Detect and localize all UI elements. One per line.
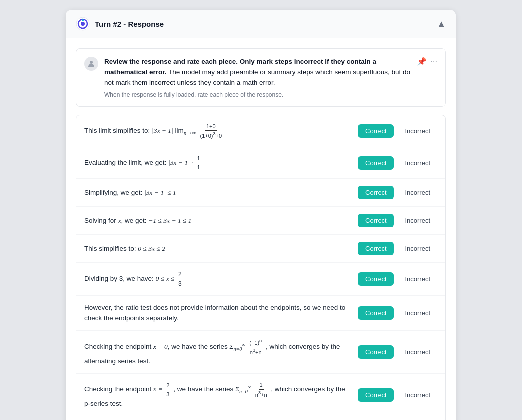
- correct-button[interactable]: Correct: [358, 272, 394, 286]
- card-body: Review the response and rate each piece.…: [66, 38, 456, 420]
- row-text: Dividing by 3, we have: 0 ≤ x ≤ 2 3: [84, 270, 350, 288]
- row-text: Solving for x, we get: −1 ≤ 3x − 1 ≤ 1: [84, 216, 350, 226]
- instruction-content: Review the response and rate each piece.…: [104, 57, 411, 98]
- row-actions: Correct Incorrect: [358, 156, 438, 170]
- row-actions: Correct Incorrect: [358, 214, 438, 228]
- instruction-actions: 📌 ···: [417, 57, 438, 66]
- correct-button[interactable]: Correct: [358, 346, 394, 359]
- correct-button[interactable]: Correct: [358, 388, 394, 402]
- table-row: Checking the endpoint x = 2 3 , we have …: [76, 374, 446, 416]
- table-row: Checking the endpoint x = 0, we have the…: [76, 331, 446, 374]
- fraction-4: (−1)n n3+n: [248, 338, 263, 356]
- instruction-bold: Review the response and rate each piece.…: [104, 58, 376, 76]
- correct-button[interactable]: Correct: [358, 186, 394, 200]
- fraction-6: 1 n3+n: [254, 381, 268, 399]
- table-row: Simplifying, we get: |3x − 1| ≤ 1 Correc…: [76, 179, 446, 207]
- row-text: This limit simplifies to: |3x − 1| limn→…: [84, 122, 350, 140]
- table-row: This simplifies to: 0 ≤ 3x ≤ 2 Correct I…: [76, 235, 446, 263]
- correct-button[interactable]: Correct: [358, 214, 394, 228]
- correct-button[interactable]: Correct: [358, 156, 394, 170]
- instruction-avatar: [84, 57, 98, 71]
- table-row: Solving for x, we get: −1 ≤ 3x − 1 ≤ 1 C…: [76, 207, 446, 235]
- card-header: Turn #2 - Response ▲: [66, 10, 456, 38]
- instruction-sub: When the response is fully loaded, rate …: [104, 92, 411, 98]
- table-row: This limit simplifies to: |3x − 1| limn→…: [76, 116, 446, 148]
- incorrect-button[interactable]: Incorrect: [398, 346, 438, 359]
- header-title: Turn #2 - Response: [95, 20, 164, 28]
- table-row: Dividing by 3, we have: 0 ≤ x ≤ 2 3 Corr…: [76, 263, 446, 296]
- incorrect-button[interactable]: Incorrect: [398, 186, 438, 200]
- instruction-main: Review the response and rate each piece.…: [104, 57, 411, 88]
- incorrect-button[interactable]: Incorrect: [398, 306, 438, 320]
- svg-point-4: [90, 61, 93, 64]
- row-actions: Correct Incorrect: [358, 242, 438, 256]
- collapse-icon[interactable]: ▲: [437, 19, 446, 30]
- table-row: Evaluating the limit, we get: |3x − 1| ·…: [76, 148, 446, 179]
- pin-icon[interactable]: 📌: [417, 57, 427, 66]
- header-left: Turn #2 - Response: [76, 17, 164, 31]
- row-text: However, the ratio test does not provide…: [84, 303, 350, 324]
- row-text: Evaluating the limit, we get: |3x − 1| ·…: [84, 154, 350, 172]
- svg-point-2: [81, 22, 85, 26]
- more-options-icon[interactable]: ···: [431, 58, 438, 66]
- correct-button[interactable]: Correct: [358, 306, 394, 320]
- incorrect-button[interactable]: Incorrect: [398, 242, 438, 256]
- fraction-5: 2 3: [166, 382, 170, 398]
- fraction-3: 2 3: [178, 270, 183, 288]
- incorrect-button[interactable]: Incorrect: [398, 124, 438, 138]
- incorrect-button[interactable]: Incorrect: [398, 272, 438, 286]
- correct-button[interactable]: Correct: [358, 124, 394, 138]
- row-actions: Correct Incorrect: [358, 124, 438, 138]
- main-card: Turn #2 - Response ▲ Review the response…: [66, 10, 456, 420]
- fraction-1: 1+0 (1+0)3+0: [199, 122, 223, 140]
- row-actions: Correct Incorrect: [358, 388, 438, 402]
- row-text: Simplifying, we get: |3x − 1| ≤ 1: [84, 188, 350, 198]
- row-text: This simplifies to: 0 ≤ 3x ≤ 2: [84, 244, 350, 254]
- logo-icon: [76, 17, 90, 31]
- correct-button[interactable]: Correct: [358, 242, 394, 256]
- row-actions: Correct Incorrect: [358, 186, 438, 200]
- incorrect-button[interactable]: Incorrect: [398, 156, 438, 170]
- row-actions: Correct Incorrect: [358, 346, 438, 359]
- instruction-box: Review the response and rate each piece.…: [76, 48, 446, 107]
- table-row: However, the ratio test does not provide…: [76, 296, 446, 331]
- rating-rows-container: This limit simplifies to: |3x − 1| limn→…: [76, 115, 446, 420]
- svg-point-3: [82, 20, 84, 22]
- table-row: Therefore, the interval of convergence o…: [76, 416, 446, 420]
- row-actions: Correct Incorrect: [358, 272, 438, 286]
- incorrect-button[interactable]: Incorrect: [398, 388, 438, 402]
- row-text: Checking the endpoint x = 0, we have the…: [84, 338, 350, 367]
- fraction-2: 1 1: [196, 154, 201, 172]
- row-actions: Correct Incorrect: [358, 306, 438, 320]
- row-text: Checking the endpoint x = 2 3 , we have …: [84, 381, 350, 409]
- incorrect-button[interactable]: Incorrect: [398, 214, 438, 228]
